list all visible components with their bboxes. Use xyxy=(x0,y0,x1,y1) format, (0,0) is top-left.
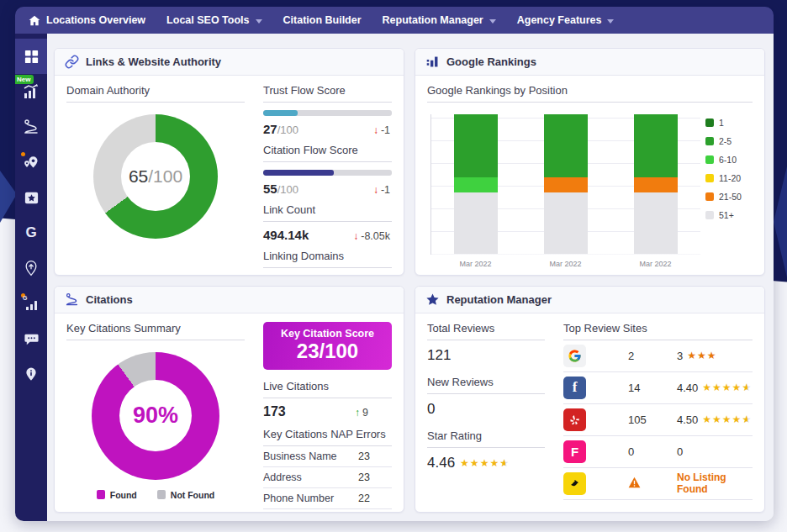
trust-flow-label: Trust Flow Score xyxy=(263,84,392,103)
citations-card: Citations Key Citations Summary 90% Foun… xyxy=(54,286,404,514)
nav-item-label: Citation Builder xyxy=(283,14,362,26)
legend-swatch xyxy=(705,119,714,127)
nav-citation-builder[interactable]: Citation Builder xyxy=(283,14,362,26)
legend-swatch xyxy=(705,211,714,219)
review-rating: 4.50 xyxy=(677,413,698,426)
citations-header: Citations xyxy=(55,287,404,313)
review-count: 14 xyxy=(628,382,677,394)
review-site-row-facebook: 14 4.40★★★★★★ xyxy=(563,372,753,404)
stacked-bar xyxy=(544,114,588,255)
nav-agency-features[interactable]: Agency Features xyxy=(517,14,615,26)
nav-item-label: Agency Features xyxy=(517,14,602,26)
review-count: 105 xyxy=(628,413,677,426)
legend-item: 2-5 xyxy=(705,136,753,146)
domain-authority-donut: 65/100 xyxy=(93,114,218,239)
google-letter-icon: G xyxy=(23,295,27,301)
reputation-manager-card: Reputation Manager Total Reviews 121 New… xyxy=(415,286,765,514)
legend-item-found: Found xyxy=(97,490,137,500)
link-icon xyxy=(65,55,79,69)
nap-row: Phone Number22 xyxy=(263,488,392,509)
linking-domains-label: Linking Domains xyxy=(263,250,392,268)
citation-flow-bar xyxy=(263,170,392,176)
google-logo-icon xyxy=(563,345,586,367)
sidebar-item-listings-info[interactable] xyxy=(15,356,47,392)
chevron-down-icon xyxy=(489,19,496,24)
nav-local-seo-tools[interactable]: Local SEO Tools xyxy=(166,14,261,26)
citation-flow-value: 55 xyxy=(263,182,277,196)
top-navbar: Locations Overview Local SEO Tools Citat… xyxy=(15,7,774,34)
dashboard-content: Links & Website Authority Domain Authori… xyxy=(47,34,774,521)
legend-swatch xyxy=(705,155,714,164)
down-arrow-icon xyxy=(353,230,358,242)
home-icon xyxy=(29,15,40,26)
card-title: Citations xyxy=(86,293,133,306)
trust-flow-metric: Trust Flow Score 27/100 -1 xyxy=(263,84,392,136)
nav-reputation-manager[interactable]: Reputation Manager xyxy=(383,14,496,26)
review-rating: 3 xyxy=(677,350,683,362)
top-review-sites-label: Top Review Sites xyxy=(563,322,753,340)
citation-flow-delta: -1 xyxy=(373,184,392,196)
star-rating-value: 4.46 xyxy=(427,455,455,471)
nav-locations-overview[interactable]: Locations Overview xyxy=(29,14,145,26)
legend-item: 21-50 xyxy=(705,192,753,202)
chat-bubble-icon xyxy=(24,331,40,347)
score-label: Key Citation Score xyxy=(263,328,392,340)
up-arrow-icon xyxy=(355,407,360,419)
review-rating: 4.40 xyxy=(677,382,698,394)
chevron-down-icon xyxy=(256,19,262,24)
score-value: 23/100 xyxy=(263,340,392,363)
star-badge-icon xyxy=(24,190,40,206)
citations-summary-label: Key Citations Summary xyxy=(66,322,245,340)
linking-domains-metric: Linking Domains 21,836 108 xyxy=(263,250,392,276)
pin-arrow-icon xyxy=(23,260,40,277)
card-title: Google Rankings xyxy=(446,55,536,68)
route-icon xyxy=(65,292,79,307)
stacked-bar xyxy=(634,114,678,255)
link-count-label: Link Count xyxy=(263,203,392,222)
legend-swatch xyxy=(705,174,714,182)
new-reviews-stat: New Reviews 0 xyxy=(427,376,545,418)
rankings-x-axis: Mar 2022 Mar 2022 Mar 2022 xyxy=(430,260,700,268)
facebook-logo-icon xyxy=(563,377,586,399)
rankings-legend: 1 2-5 6-10 11-20 21-50 51+ xyxy=(700,114,753,268)
analytics-chart-icon xyxy=(23,83,40,100)
link-count-metric: Link Count 494.14k -8.05k xyxy=(263,203,392,242)
key-citation-score-box: Key Citation Score 23/100 xyxy=(263,322,392,371)
stacked-bar xyxy=(454,114,498,255)
sidebar-item-reviews[interactable] xyxy=(15,180,47,215)
card-title: Links & Website Authority xyxy=(86,55,221,68)
new-reviews-value: 0 xyxy=(427,401,545,418)
link-count-value: 494.14k xyxy=(263,228,309,242)
link-count-delta: -8.05k xyxy=(353,230,392,242)
sidebar: New xyxy=(15,34,47,521)
citations-legend: Found Not Found xyxy=(66,490,245,500)
nap-row: Zip / Postal Code23 xyxy=(263,509,392,513)
links-authority-header: Links & Website Authority xyxy=(55,49,404,76)
sidebar-item-citations[interactable] xyxy=(15,109,47,145)
sidebar-item-dashboard[interactable] xyxy=(15,39,47,74)
review-count: 2 xyxy=(628,350,677,362)
grid-icon xyxy=(24,49,40,65)
sidebar-item-messaging[interactable] xyxy=(15,321,47,356)
review-rating: 0 xyxy=(677,445,683,458)
sidebar-item-rankings[interactable]: G xyxy=(15,286,47,321)
card-title: Reputation Manager xyxy=(446,293,552,306)
review-site-row-google: 2 3★★★ xyxy=(563,340,753,372)
sidebar-item-google-business[interactable] xyxy=(15,215,47,250)
live-citations-row: 173 9 xyxy=(263,404,392,419)
legend-swatch xyxy=(705,137,714,145)
live-citations-value: 173 xyxy=(263,404,286,419)
legend-swatch xyxy=(97,490,105,499)
review-site-row-yelp: 105 4.50★★★★★★ xyxy=(563,404,753,436)
foursquare-logo-icon xyxy=(563,440,586,463)
trust-flow-value: 27 xyxy=(263,122,277,136)
sidebar-item-local-search[interactable] xyxy=(15,250,47,286)
google-rankings-card: Google Rankings Google Rankings by Posit… xyxy=(415,48,765,276)
total-reviews-stat: Total Reviews 121 xyxy=(427,322,545,364)
sidebar-item-locations[interactable] xyxy=(15,145,47,180)
nav-item-label: Reputation Manager xyxy=(383,14,483,26)
x-tick-label: Mar 2022 xyxy=(536,260,595,268)
nav-item-label: Locations Overview xyxy=(46,14,145,26)
sidebar-item-analytics[interactable]: New xyxy=(15,74,47,109)
legend-item-not-found: Not Found xyxy=(157,490,214,500)
